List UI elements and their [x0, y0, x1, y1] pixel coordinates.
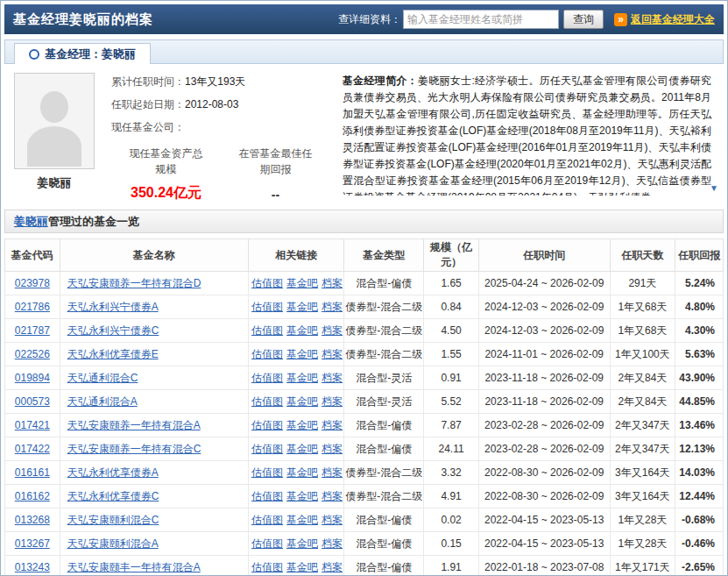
fund-name-link[interactable]: 天弘安康颐养一年持有混合A — [67, 419, 201, 431]
fund-type: 混合型-偏债 — [344, 508, 424, 532]
fund-forum-link[interactable]: 基金吧 — [286, 490, 318, 502]
valuation-chart-link[interactable]: 估值图 — [251, 372, 283, 384]
fund-scale: 1.55 — [424, 343, 479, 366]
tenure-days: 2年又347天 — [610, 414, 675, 437]
fund-code-link[interactable]: 013268 — [15, 514, 50, 526]
fund-forum-link[interactable]: 基金吧 — [286, 466, 318, 479]
fund-archive-link[interactable]: 档案 — [322, 348, 343, 360]
fund-type: 债券型-混合二级 — [344, 295, 424, 319]
search-label: 查详细资料： — [338, 12, 401, 27]
fund-name-link[interactable]: 天弘安康颐养一年持有混合C — [67, 443, 201, 455]
fund-forum-link[interactable]: 基金吧 — [286, 301, 318, 313]
tenure-days: 1年又68天 — [610, 319, 675, 343]
fund-archive-link[interactable]: 档案 — [322, 466, 343, 479]
valuation-chart-link[interactable]: 估值图 — [251, 324, 283, 337]
table-row: 021786 天弘永利兴宁债券A 估值图基金吧档案 债券型-混合二级 0.84 … — [5, 295, 724, 319]
valuation-chart-link[interactable]: 估值图 — [251, 419, 283, 431]
tab-fund-manager[interactable]: 基金经理：姜晓丽 — [14, 43, 151, 64]
fund-archive-link[interactable]: 档案 — [322, 419, 343, 431]
fund-forum-link[interactable]: 基金吧 — [286, 537, 318, 550]
table-row: 022526 天弘永利优享债券E 估值图基金吧档案 债券型-混合二级 1.55 … — [5, 343, 724, 366]
stats-column: 累计任职时间：13年又193天 任职起始日期：2012-08-03 现任基金公司… — [111, 73, 330, 203]
fund-archive-link[interactable]: 档案 — [322, 490, 343, 502]
tenure-days: 1年又28天 — [610, 532, 675, 556]
fund-archive-link[interactable]: 档案 — [322, 395, 343, 408]
fund-archive-link[interactable]: 档案 — [322, 301, 343, 313]
valuation-chart-link[interactable]: 估值图 — [251, 466, 283, 479]
fund-scale: 1.91 — [424, 556, 479, 576]
asset-scale-value: 350.24亿元 — [111, 184, 221, 203]
fund-name-link[interactable]: 天弘永利优享债券E — [67, 348, 159, 360]
section-title-suffix: 管理过的基金一览 — [48, 215, 139, 228]
fund-code-link[interactable]: 022526 — [15, 348, 50, 360]
fund-name-link[interactable]: 天弘安康颐利混合C — [67, 514, 159, 526]
fund-name-link[interactable]: 天弘永利兴宁债券C — [67, 324, 159, 337]
fund-code-link[interactable]: 016162 — [15, 490, 50, 502]
manager-search-input[interactable] — [403, 10, 559, 29]
fund-forum-link[interactable]: 基金吧 — [286, 348, 318, 360]
fund-name-link[interactable]: 天弘永利优享债券A — [67, 466, 159, 479]
fund-name-link[interactable]: 天弘通利混合C — [67, 372, 138, 384]
valuation-chart-link[interactable]: 估值图 — [251, 277, 283, 289]
fund-name-link[interactable]: 天弘安康颐利混合A — [67, 537, 159, 550]
fund-name-link[interactable]: 天弘安康颐丰一年持有混合A — [67, 561, 201, 573]
table-row: 021787 天弘永利兴宁债券C 估值图基金吧档案 债券型-混合二级 4.50 … — [5, 319, 724, 343]
valuation-chart-link[interactable]: 估值图 — [251, 395, 283, 408]
intro-scroll-down-icon[interactable]: ▼ — [710, 181, 718, 196]
fund-forum-link[interactable]: 基金吧 — [286, 324, 318, 337]
fund-code-link[interactable]: 013243 — [15, 561, 50, 573]
stat-boxes: 现任基金资产总规模 350.24亿元 在管基金最佳任期回报 -- — [111, 146, 330, 203]
tenure-return: 12.13% — [675, 437, 724, 461]
fund-code-link[interactable]: 023978 — [15, 277, 50, 289]
fund-forum-link[interactable]: 基金吧 — [286, 395, 318, 408]
fund-name-link[interactable]: 天弘永利优享债券C — [67, 490, 159, 502]
fund-code-link[interactable]: 017422 — [15, 443, 50, 455]
fund-archive-link[interactable]: 档案 — [322, 372, 343, 384]
fund-code-link[interactable]: 021786 — [15, 301, 50, 313]
fund-code-link[interactable]: 021787 — [15, 324, 50, 337]
valuation-chart-link[interactable]: 估值图 — [251, 301, 283, 313]
fund-forum-link[interactable]: 基金吧 — [286, 514, 318, 526]
fund-code-link[interactable]: 013267 — [15, 537, 50, 550]
fund-forum-link[interactable]: 基金吧 — [286, 419, 318, 431]
fund-name-link[interactable]: 天弘永利兴宁债券A — [67, 301, 159, 313]
back-to-manager-list-link[interactable]: 返回基金经理大全 — [631, 12, 715, 27]
fund-forum-link[interactable]: 基金吧 — [286, 443, 318, 455]
column-header: 任职回报 — [675, 239, 724, 272]
fund-archive-link[interactable]: 档案 — [322, 277, 343, 289]
fund-code-link[interactable]: 019894 — [15, 372, 50, 384]
fund-name-link[interactable]: 天弘通利混合A — [67, 395, 138, 408]
fund-forum-link[interactable]: 基金吧 — [286, 372, 318, 384]
fund-forum-link[interactable]: 基金吧 — [286, 277, 318, 289]
search-query-button[interactable]: 查询 — [563, 10, 604, 29]
valuation-chart-link[interactable]: 估值图 — [251, 443, 283, 455]
valuation-chart-link[interactable]: 估值图 — [251, 561, 283, 573]
fund-code-link[interactable]: 016161 — [15, 466, 50, 479]
fund-archive-link[interactable]: 档案 — [322, 537, 343, 550]
valuation-chart-link[interactable]: 估值图 — [251, 514, 283, 526]
fund-type: 债券型-混合二级 — [344, 343, 424, 366]
tenure-return: 4.30% — [675, 319, 724, 343]
fund-archive-link[interactable]: 档案 — [322, 324, 343, 337]
fund-archive-link[interactable]: 档案 — [322, 443, 343, 455]
fund-type: 债券型-混合二级 — [344, 461, 424, 485]
valuation-chart-link[interactable]: 估值图 — [251, 348, 283, 360]
tenure-period: 2022-01-18 ~ 2023-07-08 — [478, 556, 610, 576]
valuation-chart-link[interactable]: 估值图 — [251, 537, 283, 550]
page-title: 基金经理姜晓丽的档案 — [13, 11, 153, 28]
column-header: 任职天数 — [610, 239, 675, 272]
stat-value: 13年又193天 — [185, 75, 245, 88]
fund-archive-link[interactable]: 档案 — [322, 561, 343, 573]
fund-archive-link[interactable]: 档案 — [322, 514, 343, 526]
funds-table-header-row: 基金代码基金名称相关链接基金类型规模（亿元）任职时间任职天数任职回报 — [5, 239, 724, 272]
fund-code-link[interactable]: 017421 — [15, 419, 50, 431]
tenure-period: 2024-12-03 ~ 2026-02-09 — [478, 295, 610, 319]
fund-code-link[interactable]: 000573 — [15, 395, 50, 408]
fund-name-link[interactable]: 天弘安康颐养一年持有混合D — [67, 277, 201, 289]
manager-name-link[interactable]: 姜晓丽 — [14, 215, 48, 228]
fund-forum-link[interactable]: 基金吧 — [286, 561, 318, 573]
valuation-chart-link[interactable]: 估值图 — [251, 490, 283, 502]
table-row: 019894 天弘通利混合C 估值图基金吧档案 混合型-灵活 0.91 2023… — [5, 366, 724, 390]
best-return-label: 在管基金最佳任期回报 — [238, 146, 314, 177]
table-row: 017421 天弘安康颐养一年持有混合A 估值图基金吧档案 混合型-偏债 7.8… — [5, 414, 724, 437]
